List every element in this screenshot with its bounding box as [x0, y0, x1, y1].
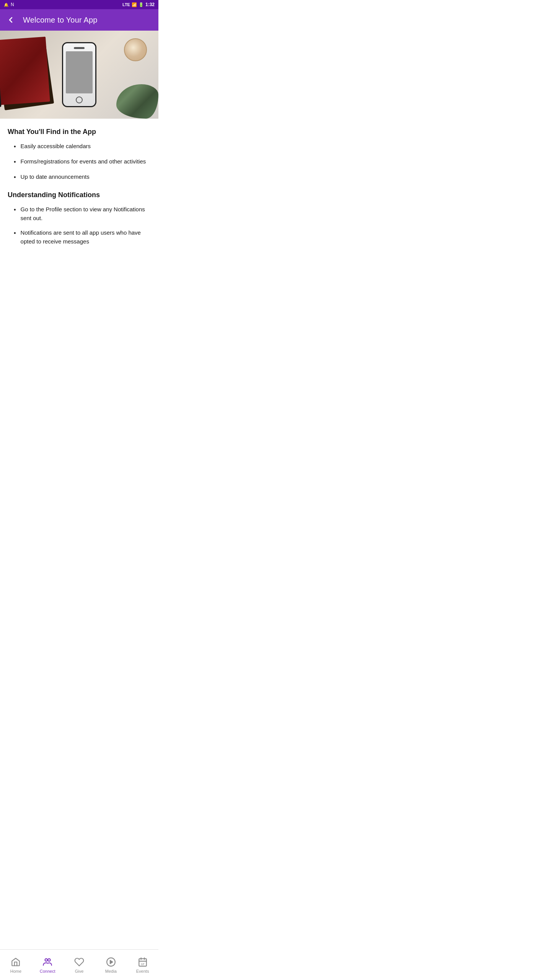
notifications-list: Go to the Profile section to view any No… [8, 205, 151, 246]
feature-item-3: Up to date announcements [8, 173, 151, 182]
section-2-title: Understanding Notifications [8, 191, 151, 199]
notification-text-2: Notifications are sent to all app users … [21, 229, 151, 246]
phone-screen [66, 51, 93, 93]
notifications-icon: 🔔 [4, 3, 8, 7]
notebook-decoration [0, 34, 57, 111]
clock: 1:32 [145, 2, 155, 7]
back-button[interactable] [5, 14, 17, 26]
plant-leaves [116, 84, 158, 119]
page-title: Welcome to Your App [23, 16, 98, 24]
notebook-front [0, 37, 50, 105]
phone-body [62, 42, 96, 107]
candle-decoration [124, 38, 147, 61]
feature-text-3: Up to date announcements [21, 173, 90, 181]
notification-text-1: Go to the Profile section to view any No… [21, 205, 151, 222]
status-bar: 🔔 N LTE 📶 🔋 1:32 [0, 0, 158, 9]
signal-icon: 📶 [132, 2, 137, 7]
status-bar-left: 🔔 N [4, 2, 14, 7]
hero-background [0, 31, 158, 119]
notification-item-1: Go to the Profile section to view any No… [8, 205, 151, 222]
feature-text-2: Forms/registrations for events and other… [21, 157, 146, 166]
battery-icon: 🔋 [139, 2, 144, 7]
plant-decoration [116, 84, 158, 119]
phone-speaker [74, 47, 85, 49]
phone-home-button [76, 96, 83, 103]
section-1-title: What You'll Find in the App [8, 128, 151, 136]
network-type: LTE [122, 2, 130, 7]
app-bar: Welcome to Your App [0, 9, 158, 31]
status-bar-right: LTE 📶 🔋 1:32 [122, 2, 155, 7]
content-area: What You'll Find in the App Easily acces… [0, 119, 158, 293]
feature-item-2: Forms/registrations for events and other… [8, 157, 151, 167]
notification-item-2: Notifications are sent to all app users … [8, 229, 151, 246]
features-list: Easily accessible calendars Forms/regist… [8, 142, 151, 182]
feature-item-1: Easily accessible calendars [8, 142, 151, 151]
hero-image [0, 31, 158, 119]
phone-decoration [62, 42, 96, 107]
feature-text-1: Easily accessible calendars [21, 142, 91, 151]
wifi-icon: N [11, 2, 14, 7]
